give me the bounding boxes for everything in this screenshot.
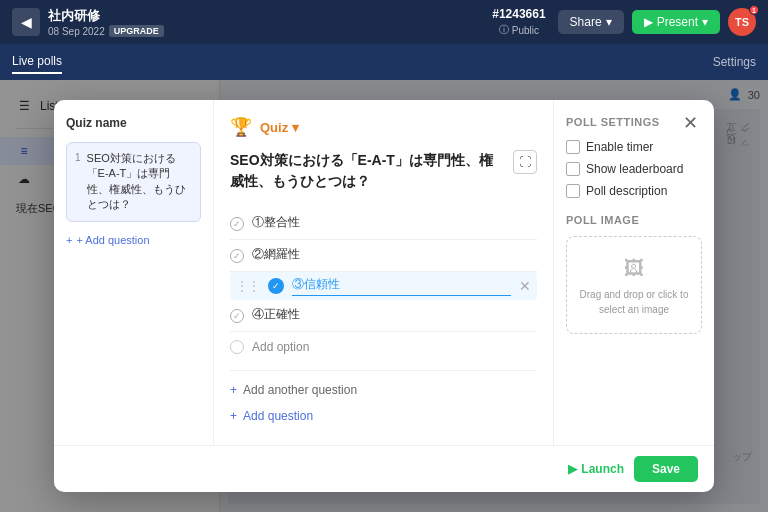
option-text-1: ①整合性 — [252, 214, 537, 233]
question-title-area: SEO対策における「E-A-T」は専門性、権威性、もうひとつは？ ⛶ — [230, 150, 537, 192]
quiz-list-title: Quiz name — [66, 116, 201, 130]
delete-option-button-3[interactable]: ✕ — [519, 278, 531, 294]
option-text-3[interactable]: ③信頼性 — [292, 276, 511, 296]
check-icon-2: ✓ — [233, 251, 241, 261]
secondbar-right: Settings — [713, 55, 756, 69]
back-icon: ◀ — [21, 14, 32, 30]
modal-footer: ▶ Launch Save — [54, 445, 714, 492]
quiz-type-dropdown[interactable]: Quiz ▾ — [260, 120, 299, 135]
avatar[interactable]: TS 1 — [728, 8, 756, 36]
present-play-icon: ▶ — [644, 15, 653, 29]
option-text-4: ④正確性 — [252, 306, 537, 325]
description-label: Poll description — [586, 184, 667, 198]
option-radio-4: ✓ — [230, 309, 244, 323]
settings-item-timer[interactable]: Enable timer — [566, 140, 702, 154]
add-icon: + — [66, 234, 72, 246]
poll-image-section: Poll image 🖼 Drag and drop or click to s… — [566, 214, 702, 334]
topbar-right: Share ▾ ▶ Present ▾ TS 1 — [558, 8, 756, 36]
back-button[interactable]: ◀ — [12, 8, 40, 36]
image-dropzone-text: Drag and drop or click to select an imag… — [580, 289, 689, 315]
launch-play-icon: ▶ — [568, 462, 577, 476]
option-text-2: ②網羅性 — [252, 246, 537, 265]
present-button[interactable]: ▶ Present ▾ — [632, 10, 720, 34]
project-sub: 08 Sep 2022 UPGRADE — [48, 25, 164, 37]
settings-label[interactable]: Settings — [713, 55, 756, 69]
add-question-label: + Add question — [76, 234, 149, 246]
add-option-label: Add option — [252, 340, 309, 354]
answer-option-1[interactable]: ✓ ①整合性 — [230, 208, 537, 240]
add-question-button[interactable]: + + Add question — [66, 230, 201, 250]
info-icon: ⓘ — [499, 23, 509, 37]
answer-option-4[interactable]: ✓ ④正確性 — [230, 300, 537, 332]
expand-button[interactable]: ⛶ — [513, 150, 537, 174]
settings-item-leaderboard[interactable]: Show leaderboard — [566, 162, 702, 176]
project-name: 社内研修 — [48, 7, 164, 25]
image-icon: 🖼 — [575, 253, 693, 283]
option-check-3: ✓ — [268, 278, 284, 294]
leaderboard-label: Show leaderboard — [586, 162, 683, 176]
add-question-icon: + — [230, 409, 237, 423]
timer-label: Enable timer — [586, 140, 653, 154]
expand-icon: ⛶ — [519, 155, 531, 169]
topbar-left: ◀ 社内研修 08 Sep 2022 UPGRADE — [12, 7, 480, 37]
quiz-list-item[interactable]: 1 SEO対策における「E-A-T」は専門性、権威性、もうひとつは？ — [66, 142, 201, 222]
modal-close-button[interactable]: ✕ — [683, 112, 698, 134]
settings-item-description[interactable]: Poll description — [566, 184, 702, 198]
poll-image-title: Poll image — [566, 214, 702, 226]
share-button[interactable]: Share ▾ — [558, 10, 624, 34]
close-icon: ✕ — [683, 113, 698, 133]
present-chevron-icon: ▾ — [702, 15, 708, 29]
add-another-icon: + — [230, 383, 237, 397]
add-another-label: Add another question — [243, 383, 357, 397]
modal-overlay: ✕ Quiz name 1 SEO対策における「E-A-T」は専門性、権威性、も… — [0, 80, 768, 512]
poll-id: #1243661 — [492, 7, 545, 21]
modal-body: Quiz name 1 SEO対策における「E-A-T」は専門性、権威性、もうひ… — [54, 100, 714, 445]
save-button[interactable]: Save — [634, 456, 698, 482]
leaderboard-checkbox[interactable] — [566, 162, 580, 176]
question-editor: 🏆 Quiz ▾ SEO対策における「E-A-T」は専門性、権威性、もうひとつは… — [214, 100, 554, 445]
settings-panel: Poll settings Enable timer Show leaderbo… — [554, 100, 714, 445]
option-radio-2: ✓ — [230, 249, 244, 263]
secondbar: Live polls Settings — [0, 44, 768, 80]
answer-option-3[interactable]: ⋮⋮ ✓ ③信頼性 ✕ — [230, 272, 537, 300]
question-type-bar: 🏆 Quiz ▾ — [230, 116, 537, 138]
add-question-row[interactable]: + Add question — [230, 403, 537, 429]
topbar-center: #1243661 ⓘ Public — [492, 7, 545, 37]
image-dropzone[interactable]: 🖼 Drag and drop or click to select an im… — [566, 236, 702, 334]
main-content: ☰ List ≡ ☁ 現在SEO 👤 30 Votes: 4 専門性 Votes… — [0, 80, 768, 512]
project-date: 08 Sep 2022 — [48, 26, 105, 37]
notification-badge: 1 — [749, 5, 759, 15]
quiz-list-panel: Quiz name 1 SEO対策における「E-A-T」は専門性、権威性、もうひ… — [54, 100, 214, 445]
upgrade-badge[interactable]: UPGRADE — [109, 25, 164, 37]
add-option-radio-icon — [230, 340, 244, 354]
poll-settings-title: Poll settings — [566, 116, 702, 128]
question-title[interactable]: SEO対策における「E-A-T」は専門性、権威性、もうひとつは？ — [230, 150, 505, 192]
project-info: 社内研修 08 Sep 2022 UPGRADE — [48, 7, 164, 37]
trophy-icon: 🏆 — [230, 116, 252, 138]
add-question-label2: Add question — [243, 409, 313, 423]
timer-checkbox[interactable] — [566, 140, 580, 154]
question-number: 1 — [75, 151, 81, 213]
option-radio-1: ✓ — [230, 217, 244, 231]
drag-handle-icon: ⋮⋮ — [236, 279, 260, 293]
answer-option-2[interactable]: ✓ ②網羅性 — [230, 240, 537, 272]
quiz-type-label: Quiz — [260, 120, 288, 135]
check-icon-1: ✓ — [233, 219, 241, 229]
add-option-row[interactable]: Add option — [230, 332, 537, 362]
check-icon-4: ✓ — [233, 311, 241, 321]
dropdown-chevron-icon: ▾ — [292, 120, 299, 135]
poll-status: ⓘ Public — [499, 23, 539, 37]
launch-label: Launch — [581, 462, 624, 476]
add-another-section[interactable]: + Add another question — [230, 370, 537, 403]
tab-live-polls[interactable]: Live polls — [12, 50, 62, 74]
description-checkbox[interactable] — [566, 184, 580, 198]
launch-button[interactable]: ▶ Launch — [568, 462, 624, 476]
quiz-modal: ✕ Quiz name 1 SEO対策における「E-A-T」は専門性、権威性、も… — [54, 100, 714, 492]
topbar: ◀ 社内研修 08 Sep 2022 UPGRADE #1243661 ⓘ Pu… — [0, 0, 768, 44]
question-preview: SEO対策における「E-A-T」は専門性、権威性、もうひとつは？ — [87, 151, 192, 213]
chevron-down-icon: ▾ — [606, 15, 612, 29]
